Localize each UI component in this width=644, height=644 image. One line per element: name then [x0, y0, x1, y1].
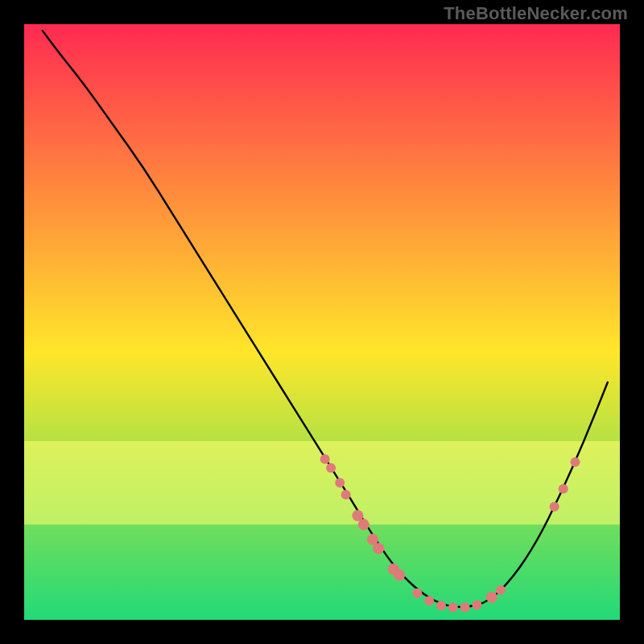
marker-dot — [436, 601, 446, 610]
watermark-label: TheBottleNecker.com — [444, 3, 628, 24]
marker-dot — [320, 454, 330, 464]
bottleneck-chart — [24, 24, 620, 620]
marker-dot — [341, 490, 351, 500]
marker-dot — [472, 601, 481, 610]
marker-dot — [550, 502, 559, 511]
marker-dot — [335, 478, 345, 488]
marker-dot — [424, 596, 434, 605]
marker-dot — [394, 570, 405, 581]
marker-dot — [448, 603, 458, 613]
marker-dot — [571, 457, 580, 467]
plot-area — [24, 24, 620, 620]
marker-dot — [373, 543, 384, 554]
marker-dot — [326, 463, 336, 473]
gradient-background — [24, 24, 620, 620]
marker-dot — [460, 603, 470, 613]
marker-dot — [358, 519, 369, 530]
marker-dot — [559, 484, 568, 493]
marker-dot — [496, 585, 506, 595]
marker-dot — [486, 592, 497, 603]
chart-frame: TheBottleNecker.com — [0, 0, 644, 644]
marker-dot — [412, 588, 422, 598]
